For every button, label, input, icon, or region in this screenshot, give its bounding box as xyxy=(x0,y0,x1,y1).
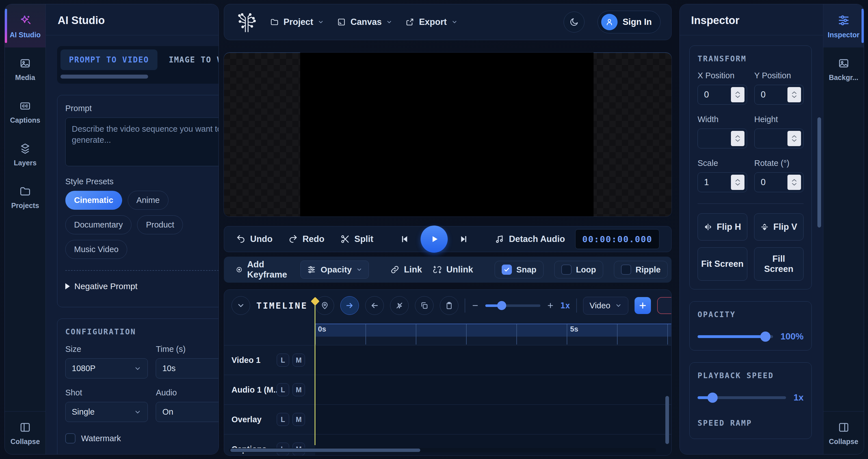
snap-checkbox[interactable] xyxy=(502,265,512,275)
mute-track-button[interactable]: M xyxy=(292,383,305,396)
mute-track-button[interactable]: M xyxy=(292,354,305,367)
x-position-input[interactable] xyxy=(698,90,726,100)
unlink-button[interactable]: Unlink xyxy=(433,265,473,275)
ripple-toggle[interactable]: Ripple xyxy=(614,261,668,278)
prompt-input[interactable] xyxy=(65,118,219,166)
track-row-video-1[interactable]: Video 1 L M xyxy=(224,345,671,375)
fill-screen-button[interactable]: Fill Screen xyxy=(754,247,804,281)
preview-canvas[interactable] xyxy=(224,53,672,216)
link-button[interactable]: Link xyxy=(390,265,422,275)
height-input[interactable] xyxy=(755,133,783,144)
timeline-collapse-button[interactable] xyxy=(231,296,250,315)
right-tab-background[interactable]: Backgr... xyxy=(823,48,864,90)
canvas-menu[interactable]: Canvas xyxy=(337,17,392,27)
deselect-tool-button[interactable] xyxy=(390,296,409,315)
marker-tool-button[interactable] xyxy=(315,296,334,315)
number-stepper[interactable] xyxy=(731,175,744,190)
seek-forward-tool-button[interactable] xyxy=(340,296,359,315)
fit-screen-button[interactable]: Fit Screen xyxy=(698,247,747,281)
loop-toggle[interactable]: Loop xyxy=(554,261,603,278)
timeline-horizontal-scrollbar[interactable] xyxy=(229,448,656,453)
lock-track-button[interactable]: L xyxy=(277,413,289,426)
tab-image-to-video[interactable]: IMAGE TO VIDEO xyxy=(169,55,219,64)
detach-audio-button[interactable]: Detach Audio xyxy=(495,234,565,244)
timeline-zoom-slider[interactable] xyxy=(485,304,540,307)
negative-prompt-toggle[interactable]: Negative Prompt xyxy=(65,279,219,299)
export-menu[interactable]: Export xyxy=(405,17,457,27)
rotate-input[interactable] xyxy=(755,177,783,187)
skip-back-button[interactable] xyxy=(399,234,409,244)
width-input[interactable] xyxy=(698,133,726,144)
snap-toggle[interactable]: Snap xyxy=(495,261,544,278)
number-stepper[interactable] xyxy=(787,175,801,190)
slider-thumb[interactable] xyxy=(497,301,506,310)
sidebar-item-media[interactable]: Media xyxy=(5,48,45,90)
track-lane[interactable] xyxy=(315,375,671,404)
ripple-checkbox[interactable] xyxy=(621,265,631,275)
timeline-ruler[interactable]: 0s 5s xyxy=(224,322,671,345)
track-type-dropdown[interactable]: Video xyxy=(583,297,628,314)
ripple-label: Ripple xyxy=(636,265,661,274)
scale-input[interactable] xyxy=(698,177,726,187)
timeline-vertical-scrollbar[interactable] xyxy=(665,396,669,444)
project-menu[interactable]: Project xyxy=(270,17,324,27)
lock-track-button[interactable]: L xyxy=(277,354,289,367)
redo-button[interactable]: Redo xyxy=(288,234,324,244)
delete-track-button-clipped[interactable] xyxy=(657,297,672,314)
inspector-scrollbar[interactable] xyxy=(817,117,821,227)
lock-track-button[interactable]: L xyxy=(277,383,289,396)
preset-product[interactable]: Product xyxy=(137,215,183,234)
preset-anime[interactable]: Anime xyxy=(128,191,168,210)
playhead[interactable] xyxy=(315,302,315,445)
playback-speed-slider[interactable] xyxy=(698,396,786,399)
preset-cinematic[interactable]: Cinematic xyxy=(65,191,122,210)
size-select[interactable]: 1080P xyxy=(65,358,148,378)
y-position-input[interactable] xyxy=(755,90,783,100)
add-track-button[interactable] xyxy=(634,297,651,314)
loop-checkbox[interactable] xyxy=(561,265,571,275)
sign-in-button[interactable]: Sign In xyxy=(597,11,660,33)
split-button[interactable]: Split xyxy=(340,234,373,244)
sidebar-item-ai-studio[interactable]: AI Studio xyxy=(5,4,45,48)
preset-music-video[interactable]: Music Video xyxy=(65,240,127,259)
track-lane[interactable] xyxy=(315,405,671,434)
zoom-out-icon[interactable] xyxy=(471,301,479,310)
flip-v-label: Flip V xyxy=(773,222,797,232)
add-keyframe-button[interactable]: Add Keyframe xyxy=(236,259,290,280)
number-stepper[interactable] xyxy=(787,131,801,146)
skip-forward-button[interactable] xyxy=(459,234,469,244)
right-collapse-button[interactable]: Collapse xyxy=(823,411,864,454)
left-collapse-button[interactable]: Collapse xyxy=(5,411,45,454)
keyframe-property-dropdown[interactable]: Opacity xyxy=(301,261,369,279)
mute-track-button[interactable]: M xyxy=(292,413,305,426)
scrollbar-thumb[interactable] xyxy=(230,449,420,452)
slider-thumb[interactable] xyxy=(708,393,718,403)
track-row-overlay[interactable]: Overlay L M xyxy=(224,404,671,434)
right-tab-inspector[interactable]: Inspector xyxy=(823,4,864,48)
sidebar-item-layers[interactable]: Layers xyxy=(5,133,45,176)
shot-select[interactable]: Single xyxy=(65,402,148,422)
tab-prompt-to-video[interactable]: PROMPT TO VIDEO xyxy=(61,50,157,70)
track-row-audio-1[interactable]: Audio 1 (M... L M xyxy=(224,375,671,404)
sidebar-item-projects[interactable]: Projects xyxy=(5,176,45,218)
number-stepper[interactable] xyxy=(787,87,801,102)
paste-button[interactable] xyxy=(440,296,459,315)
undo-button[interactable]: Undo xyxy=(236,234,273,244)
dark-mode-toggle[interactable] xyxy=(564,11,585,32)
number-stepper[interactable] xyxy=(731,131,744,146)
watermark-checkbox[interactable] xyxy=(65,433,75,443)
zoom-in-icon[interactable] xyxy=(547,301,554,310)
time-select[interactable]: 10s xyxy=(156,358,219,378)
audio-select[interactable]: On xyxy=(156,402,219,422)
slider-thumb[interactable] xyxy=(760,332,771,342)
flip-horizontal-button[interactable]: Flip H xyxy=(698,213,747,241)
preset-documentary[interactable]: Documentary xyxy=(65,215,131,234)
number-stepper[interactable] xyxy=(731,87,744,102)
play-button[interactable] xyxy=(421,225,448,253)
seek-back-tool-button[interactable] xyxy=(365,296,384,315)
sidebar-item-captions[interactable]: Captions xyxy=(5,90,45,133)
copy-button[interactable] xyxy=(415,296,434,315)
opacity-slider[interactable] xyxy=(698,335,773,338)
track-lane[interactable] xyxy=(315,345,671,375)
flip-vertical-button[interactable]: Flip V xyxy=(754,213,804,241)
